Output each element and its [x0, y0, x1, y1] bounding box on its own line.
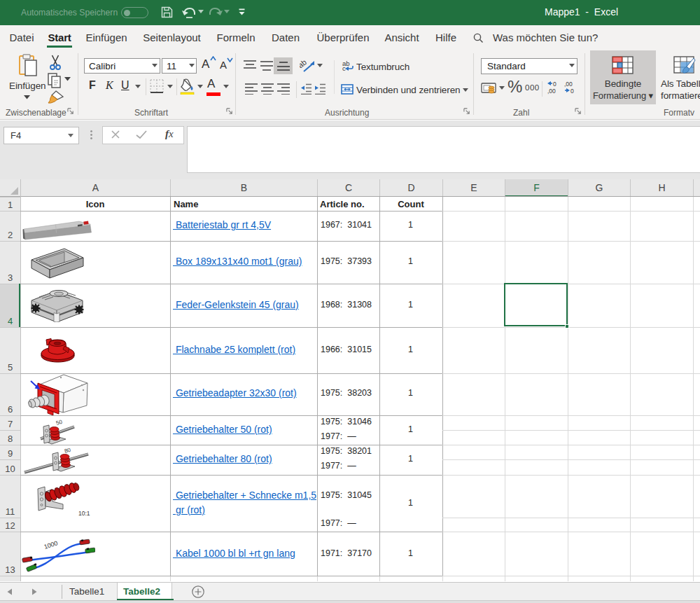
svg-text:10:1: 10:1	[78, 510, 90, 517]
svg-text:80: 80	[64, 448, 72, 455]
svg-text:,00: ,00	[547, 88, 556, 95]
svg-text:1000: 1000	[43, 539, 59, 550]
svg-text:0: 0	[570, 88, 574, 95]
svg-text:ab: ab	[300, 57, 308, 69]
svg-text:50: 50	[55, 419, 64, 427]
svg-text:c: c	[342, 64, 346, 71]
svg-text:,00: ,00	[564, 81, 573, 88]
svg-text:0: 0	[553, 81, 556, 88]
